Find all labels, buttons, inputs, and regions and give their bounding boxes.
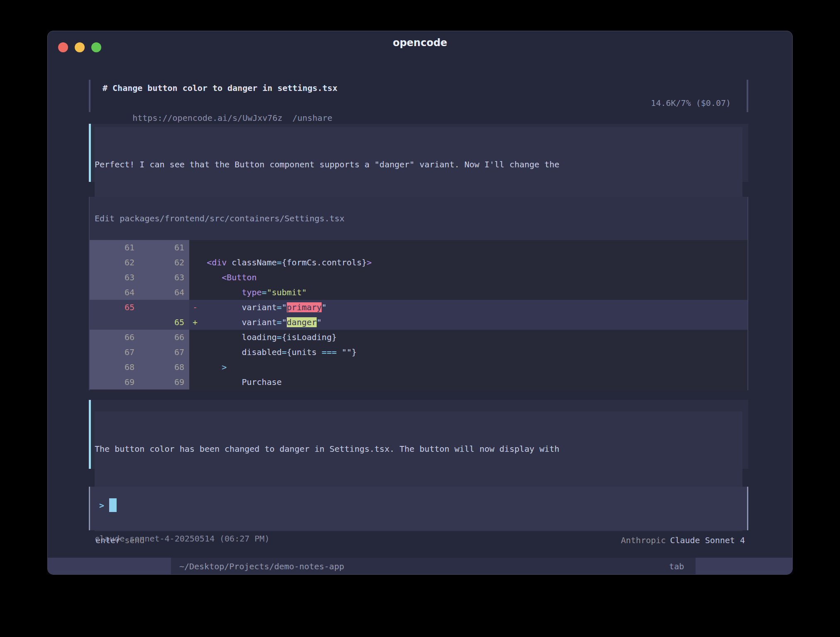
added-marker: + [193,315,198,330]
old-line-number: 63 [90,270,139,285]
provider-name: Anthropic [621,535,666,545]
app-version-chip: opencodev0.3.11 [48,558,171,575]
model-name: Claude Sonnet 4 [670,535,745,545]
old-line-number: 65 [90,300,139,315]
diff-row: 6161 [90,240,747,255]
diff-row: 6666 loading={isLoading} [90,330,747,345]
old-line-number [90,315,139,330]
diff-row: 6363 <Button [90,270,747,285]
prompt-input[interactable]: > [89,487,748,530]
session-title: # Change button color to danger in setti… [103,81,731,96]
context-stats: 14.6K/7% ($0.07) [651,96,731,110]
diff-row: 6464 type="submit" [90,285,747,300]
text-cursor [109,498,117,512]
new-line-number [139,300,189,315]
session-header: # Change button color to danger in setti… [89,80,748,112]
new-line-number: 62 [139,255,189,270]
diff-code-line: + variant="danger" [189,315,747,330]
edit-tool-panel: Edit packages/frontend/src/containers/Se… [89,197,748,390]
diff-row: 6868 > [90,360,747,375]
message-line: The button color has been changed to dan… [95,441,742,456]
working-directory: ~/Desktop/Projects/demo-notes-app [179,558,344,575]
diff-row: 6969 Purchase [90,375,747,390]
tab-hint[interactable]: tab [669,558,684,575]
prompt-symbol: > [99,500,104,510]
new-line-number: 69 [139,375,189,390]
edit-tool-title: Edit packages/frontend/src/containers/Se… [90,197,747,240]
share-url: https://opencode.ai/s/UwJxv76z [132,113,282,123]
new-line-number: 63 [139,270,189,285]
old-line-number: 68 [90,360,139,375]
old-line-number: 69 [90,375,139,390]
old-line-number: 61 [90,240,139,255]
diff-code-line: type="submit" [189,285,747,300]
diff-code-line: Purchase [189,375,747,390]
diff-code-line: - variant="primary" [189,300,747,315]
old-line-number: 62 [90,255,139,270]
hint-action: send [125,535,144,545]
old-line-number: 66 [90,330,139,345]
send-hint: entersend [95,533,144,548]
message-line: Perfect! I can see that the Button compo… [95,157,742,172]
assistant-message-2: The button color has been changed to dan… [89,400,748,469]
diff-code-line [189,240,747,255]
unshare-command: /unshare [292,113,332,123]
old-line-number: 67 [90,345,139,360]
new-line-number: 66 [139,330,189,345]
diff-code-line: <div className={formCs.controls}> [189,255,747,270]
new-line-number: 64 [139,285,189,300]
new-line-number: 67 [139,345,189,360]
new-line-number: 61 [139,240,189,255]
opencode-window: opencode # Change button color to danger… [47,31,793,575]
diff-code-line: > [189,360,747,375]
window-title: opencode [48,37,792,49]
titlebar: opencode [48,31,792,58]
new-line-number: 65 [139,315,189,330]
diff-code-line: <Button [189,270,747,285]
diff-row: 65- variant="primary" [90,300,747,315]
diff-view: 61616262 <div className={formCs.controls… [90,240,747,390]
mode-chip[interactable]: BUILDMODE [696,558,792,575]
removed-marker: - [193,300,198,315]
diff-code-line: loading={isLoading} [189,330,747,345]
status-bar: opencodev0.3.11 ~/Desktop/Projects/demo-… [48,558,792,575]
statusbar-spacer [344,558,669,575]
diff-code-line: disabled={units === ""} [189,345,747,360]
diff-row: 65+ variant="danger" [90,315,747,330]
hint-bar: entersend AnthropicClaude Sonnet 4 [89,533,748,548]
diff-row: 6767 disabled={units === ""} [90,345,747,360]
hint-key: enter [95,535,120,545]
diff-row: 6262 <div className={formCs.controls}> [90,255,747,270]
model-indicator: AnthropicClaude Sonnet 4 [621,533,745,548]
new-line-number: 68 [139,360,189,375]
assistant-message-1: Perfect! I can see that the Button compo… [89,124,748,182]
old-line-number: 64 [90,285,139,300]
